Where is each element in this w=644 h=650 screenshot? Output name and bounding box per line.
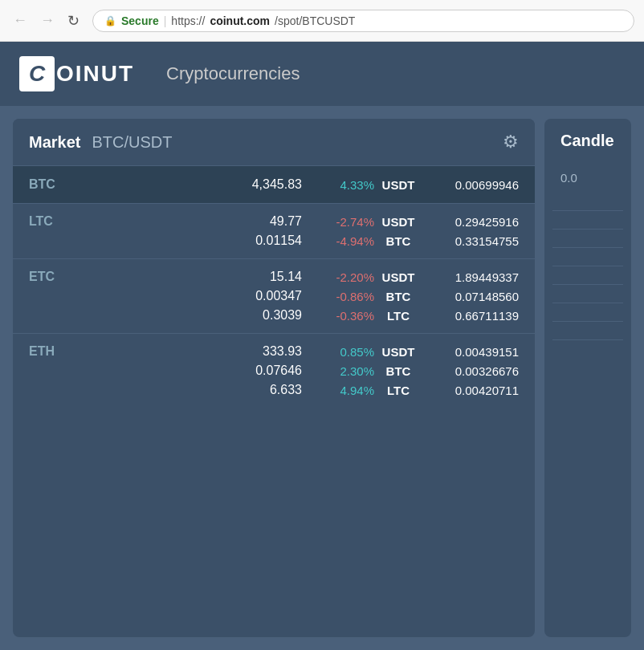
market-title: Market BTC/USDT	[29, 133, 172, 152]
etc-currency-1: USDT	[374, 270, 422, 284]
eth-price-2: 0.07646	[77, 364, 302, 378]
eth-section: ETH 333.93 0.85% USDT 0.00439151 0.07646…	[13, 333, 535, 408]
url-path: /spot/BTCUSDT	[275, 14, 355, 27]
page-content: C OINUT Cryptocurrencies Market BTC/USDT…	[0, 42, 644, 650]
etc-label: ETC	[29, 270, 77, 284]
address-bar[interactable]: 🔒 Secure | https://coinut.com/spot/BTCUS…	[92, 10, 634, 32]
etc-price-1: 15.14	[77, 270, 302, 284]
site-subtitle: Cryptocurrencies	[166, 63, 300, 84]
eth-row-2[interactable]: 0.07646 2.30% BTC 0.00326676	[29, 361, 519, 380]
market-header: Market BTC/USDT ⚙	[13, 119, 535, 165]
forward-button[interactable]: →	[37, 9, 58, 32]
secure-label: Secure	[121, 14, 159, 27]
eth-volume-1: 0.00439151	[422, 345, 519, 359]
candle-line-8	[552, 339, 623, 340]
eth-change-3: 4.94%	[302, 384, 374, 397]
candle-line-4	[552, 266, 623, 266]
ltc-section: LTC 49.77 -2.74% USDT 0.29425916 0.01154…	[13, 203, 535, 258]
etc-row-2[interactable]: 0.00347 -0.86% BTC 0.07148560	[29, 286, 519, 306]
eth-change-2: 2.30%	[302, 364, 374, 378]
main-layout: Market BTC/USDT ⚙ BTC 4,345.83 4.33% USD…	[0, 106, 644, 650]
ltc-currency-2: BTC	[374, 234, 422, 248]
lock-icon: 🔒	[104, 15, 116, 26]
candle-panel: Candle 0.0	[544, 119, 631, 637]
eth-currency-3: LTC	[374, 384, 422, 397]
candle-line-5	[552, 284, 623, 285]
ltc-volume-2: 0.33154755	[422, 234, 519, 248]
eth-currency-1: USDT	[374, 345, 422, 359]
ltc-price-1: 49.77	[77, 214, 302, 229]
ltc-price-2: 0.01154	[77, 234, 302, 248]
etc-currency-3: LTC	[374, 309, 422, 323]
btc-volume: 0.00699946	[422, 178, 519, 192]
ltc-currency-1: USDT	[374, 215, 422, 229]
eth-price-3: 6.633	[77, 383, 302, 397]
logo-box: C	[19, 56, 55, 91]
candle-line-1	[552, 210, 623, 211]
market-pair: BTC/USDT	[92, 133, 172, 152]
btc-price: 4,345.83	[77, 177, 302, 192]
gear-icon[interactable]: ⚙	[503, 132, 519, 152]
etc-volume-2: 0.07148560	[422, 290, 519, 303]
url-prefix: https://	[171, 14, 205, 27]
separator: |	[164, 14, 167, 27]
back-button[interactable]: ←	[10, 9, 31, 32]
market-label: Market	[29, 133, 80, 152]
candle-line-6	[552, 303, 623, 303]
ltc-change-2: -4.94%	[302, 234, 374, 248]
etc-change-3: -0.36%	[302, 309, 374, 323]
candle-line-2	[552, 229, 623, 230]
etc-change-1: -2.20%	[302, 270, 374, 284]
market-panel: Market BTC/USDT ⚙ BTC 4,345.83 4.33% USD…	[13, 119, 535, 637]
eth-change-1: 0.85%	[302, 345, 374, 359]
candle-line-7	[552, 321, 623, 322]
btc-change: 4.33%	[302, 178, 374, 192]
etc-row-3[interactable]: 0.3039 -0.36% LTC 0.66711139	[29, 306, 519, 325]
browser-nav: ← → ↻	[10, 9, 83, 33]
reload-button[interactable]: ↻	[64, 9, 83, 33]
etc-volume-1: 1.89449337	[422, 270, 519, 284]
btc-currency: USDT	[374, 178, 422, 192]
etc-volume-3: 0.66711139	[422, 309, 519, 323]
candle-value: 0.0	[544, 163, 631, 193]
etc-section: ETC 15.14 -2.20% USDT 1.89449337 0.00347…	[13, 258, 535, 333]
btc-label: BTC	[29, 177, 77, 192]
url-domain: coinut.com	[210, 14, 270, 27]
eth-row-3[interactable]: 6.633 4.94% LTC 0.00420711	[29, 380, 519, 400]
logo-text: OINUT	[56, 61, 134, 87]
eth-label: ETH	[29, 344, 77, 359]
eth-volume-3: 0.00420711	[422, 384, 519, 397]
etc-price-3: 0.3039	[77, 308, 302, 323]
ltc-row-1[interactable]: LTC 49.77 -2.74% USDT 0.29425916	[29, 212, 519, 231]
eth-volume-2: 0.00326676	[422, 364, 519, 378]
etc-price-2: 0.00347	[77, 289, 302, 303]
browser-chrome: ← → ↻ 🔒 Secure | https://coinut.com/spot…	[0, 0, 644, 42]
ltc-label: LTC	[29, 214, 77, 229]
ltc-row-2[interactable]: 0.01154 -4.94% BTC 0.33154755	[29, 231, 519, 250]
eth-row-1[interactable]: ETH 333.93 0.85% USDT 0.00439151	[29, 342, 519, 361]
etc-currency-2: BTC	[374, 290, 422, 303]
candle-title: Candle	[544, 119, 631, 163]
logo: C OINUT	[19, 56, 134, 91]
ltc-volume-1: 0.29425916	[422, 215, 519, 229]
ltc-change-1: -2.74%	[302, 215, 374, 229]
eth-currency-2: BTC	[374, 364, 422, 378]
etc-row-1[interactable]: ETC 15.14 -2.20% USDT 1.89449337	[29, 267, 519, 286]
btc-row[interactable]: BTC 4,345.83 4.33% USDT 0.00699946	[13, 165, 535, 203]
candle-line-3	[552, 247, 623, 248]
candle-lines	[544, 210, 631, 340]
etc-change-2: -0.86%	[302, 290, 374, 303]
eth-price-1: 333.93	[77, 344, 302, 359]
site-header: C OINUT Cryptocurrencies	[0, 42, 644, 106]
